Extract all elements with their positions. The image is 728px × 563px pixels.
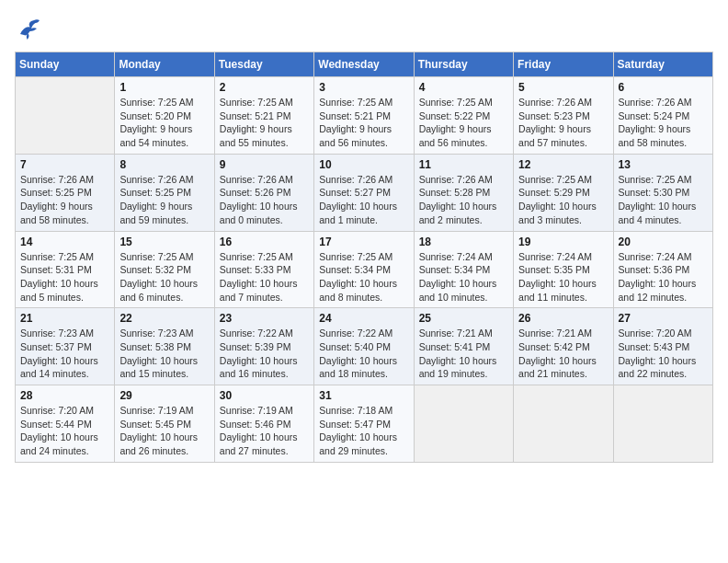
calendar-cell: 3Sunrise: 7:25 AM Sunset: 5:21 PM Daylig… — [314, 77, 414, 155]
day-number: 1 — [119, 81, 209, 94]
logo — [15, 15, 46, 42]
calendar-cell: 21Sunrise: 7:23 AM Sunset: 5:37 PM Dayli… — [16, 308, 115, 385]
day-info: Sunrise: 7:21 AM Sunset: 5:42 PM Dayligh… — [518, 327, 608, 381]
day-info: Sunrise: 7:26 AM Sunset: 5:25 PM Dayligh… — [20, 173, 109, 227]
calendar-cell: 16Sunrise: 7:25 AM Sunset: 5:33 PM Dayli… — [214, 231, 313, 308]
calendar-week-row: 21Sunrise: 7:23 AM Sunset: 5:37 PM Dayli… — [16, 308, 713, 385]
day-number: 23 — [220, 312, 309, 325]
logo-icon — [15, 15, 42, 42]
calendar-week-row: 1Sunrise: 7:25 AM Sunset: 5:20 PM Daylig… — [16, 77, 713, 155]
day-info: Sunrise: 7:24 AM Sunset: 5:34 PM Dayligh… — [419, 250, 508, 304]
day-number: 25 — [419, 312, 508, 325]
calendar-cell: 9Sunrise: 7:26 AM Sunset: 5:26 PM Daylig… — [214, 154, 313, 231]
day-number: 29 — [119, 389, 209, 402]
day-number: 4 — [419, 81, 508, 94]
day-number: 27 — [619, 312, 708, 325]
day-info: Sunrise: 7:22 AM Sunset: 5:40 PM Dayligh… — [319, 327, 408, 381]
calendar-cell: 23Sunrise: 7:22 AM Sunset: 5:39 PM Dayli… — [214, 308, 313, 385]
day-header-thursday: Thursday — [414, 52, 513, 77]
calendar-cell: 28Sunrise: 7:20 AM Sunset: 5:44 PM Dayli… — [16, 385, 115, 463]
day-number: 31 — [319, 389, 408, 402]
day-info: Sunrise: 7:26 AM Sunset: 5:27 PM Dayligh… — [319, 173, 408, 227]
day-number: 21 — [20, 312, 109, 325]
calendar-cell: 15Sunrise: 7:25 AM Sunset: 5:32 PM Dayli… — [115, 231, 214, 308]
day-number: 6 — [619, 81, 708, 94]
calendar-cell: 18Sunrise: 7:24 AM Sunset: 5:34 PM Dayli… — [414, 231, 513, 308]
day-number: 10 — [319, 158, 408, 171]
day-info: Sunrise: 7:21 AM Sunset: 5:41 PM Dayligh… — [419, 327, 508, 381]
calendar-cell: 2Sunrise: 7:25 AM Sunset: 5:21 PM Daylig… — [214, 77, 313, 155]
day-info: Sunrise: 7:19 AM Sunset: 5:46 PM Dayligh… — [220, 404, 309, 458]
day-info: Sunrise: 7:22 AM Sunset: 5:39 PM Dayligh… — [220, 327, 309, 381]
calendar-week-row: 28Sunrise: 7:20 AM Sunset: 5:44 PM Dayli… — [16, 385, 713, 463]
day-info: Sunrise: 7:26 AM Sunset: 5:25 PM Dayligh… — [119, 173, 209, 227]
calendar-cell — [514, 385, 613, 463]
day-header-tuesday: Tuesday — [214, 52, 313, 77]
day-header-friday: Friday — [514, 52, 613, 77]
day-header-monday: Monday — [115, 52, 214, 77]
day-number: 2 — [220, 81, 309, 94]
day-number: 7 — [20, 158, 109, 171]
day-info: Sunrise: 7:18 AM Sunset: 5:47 PM Dayligh… — [319, 404, 408, 458]
day-info: Sunrise: 7:25 AM Sunset: 5:31 PM Dayligh… — [20, 250, 109, 304]
calendar-cell: 22Sunrise: 7:23 AM Sunset: 5:38 PM Dayli… — [115, 308, 214, 385]
calendar-cell: 20Sunrise: 7:24 AM Sunset: 5:36 PM Dayli… — [613, 231, 712, 308]
day-number: 11 — [419, 158, 508, 171]
calendar-cell: 25Sunrise: 7:21 AM Sunset: 5:41 PM Dayli… — [414, 308, 513, 385]
day-number: 20 — [619, 236, 708, 248]
calendar-cell: 8Sunrise: 7:26 AM Sunset: 5:25 PM Daylig… — [115, 154, 214, 231]
day-header-sunday: Sunday — [16, 52, 115, 77]
day-header-wednesday: Wednesday — [314, 52, 414, 77]
calendar-cell: 24Sunrise: 7:22 AM Sunset: 5:40 PM Dayli… — [314, 308, 414, 385]
calendar-cell: 27Sunrise: 7:20 AM Sunset: 5:43 PM Dayli… — [613, 308, 712, 385]
calendar-cell: 5Sunrise: 7:26 AM Sunset: 5:23 PM Daylig… — [514, 77, 613, 155]
day-info: Sunrise: 7:25 AM Sunset: 5:22 PM Dayligh… — [419, 96, 508, 150]
day-number: 13 — [619, 158, 708, 171]
calendar-week-row: 7Sunrise: 7:26 AM Sunset: 5:25 PM Daylig… — [16, 154, 713, 231]
day-info: Sunrise: 7:25 AM Sunset: 5:34 PM Dayligh… — [319, 250, 408, 304]
day-info: Sunrise: 7:25 AM Sunset: 5:20 PM Dayligh… — [119, 96, 209, 150]
day-info: Sunrise: 7:23 AM Sunset: 5:38 PM Dayligh… — [119, 327, 209, 381]
day-info: Sunrise: 7:25 AM Sunset: 5:32 PM Dayligh… — [119, 250, 209, 304]
day-number: 15 — [119, 236, 209, 248]
day-info: Sunrise: 7:20 AM Sunset: 5:43 PM Dayligh… — [619, 327, 708, 381]
calendar-cell: 6Sunrise: 7:26 AM Sunset: 5:24 PM Daylig… — [613, 77, 712, 155]
page-header — [15, 15, 713, 42]
day-info: Sunrise: 7:26 AM Sunset: 5:28 PM Dayligh… — [419, 173, 508, 227]
calendar-cell: 11Sunrise: 7:26 AM Sunset: 5:28 PM Dayli… — [414, 154, 513, 231]
calendar-cell: 29Sunrise: 7:19 AM Sunset: 5:45 PM Dayli… — [115, 385, 214, 463]
calendar-cell: 7Sunrise: 7:26 AM Sunset: 5:25 PM Daylig… — [16, 154, 115, 231]
day-info: Sunrise: 7:25 AM Sunset: 5:29 PM Dayligh… — [518, 173, 608, 227]
calendar-cell: 12Sunrise: 7:25 AM Sunset: 5:29 PM Dayli… — [514, 154, 613, 231]
day-number: 17 — [319, 236, 408, 248]
day-info: Sunrise: 7:26 AM Sunset: 5:24 PM Dayligh… — [619, 96, 708, 150]
day-number: 30 — [220, 389, 309, 402]
calendar-cell — [16, 77, 115, 155]
day-info: Sunrise: 7:25 AM Sunset: 5:21 PM Dayligh… — [220, 96, 309, 150]
day-number: 28 — [20, 389, 109, 402]
day-info: Sunrise: 7:25 AM Sunset: 5:21 PM Dayligh… — [319, 96, 408, 150]
day-number: 14 — [20, 236, 109, 248]
calendar-header-row: SundayMondayTuesdayWednesdayThursdayFrid… — [16, 52, 713, 77]
day-number: 3 — [319, 81, 408, 94]
day-number: 5 — [518, 81, 608, 94]
day-header-saturday: Saturday — [613, 52, 712, 77]
calendar-cell: 30Sunrise: 7:19 AM Sunset: 5:46 PM Dayli… — [214, 385, 313, 463]
calendar-cell: 13Sunrise: 7:25 AM Sunset: 5:30 PM Dayli… — [613, 154, 712, 231]
day-number: 24 — [319, 312, 408, 325]
calendar-table: SundayMondayTuesdayWednesdayThursdayFrid… — [15, 52, 713, 463]
day-number: 16 — [220, 236, 309, 248]
day-info: Sunrise: 7:25 AM Sunset: 5:30 PM Dayligh… — [619, 173, 708, 227]
day-info: Sunrise: 7:25 AM Sunset: 5:33 PM Dayligh… — [220, 250, 309, 304]
calendar-cell: 1Sunrise: 7:25 AM Sunset: 5:20 PM Daylig… — [115, 77, 214, 155]
calendar-cell — [414, 385, 513, 463]
day-info: Sunrise: 7:24 AM Sunset: 5:35 PM Dayligh… — [518, 250, 608, 304]
day-info: Sunrise: 7:20 AM Sunset: 5:44 PM Dayligh… — [20, 404, 109, 458]
day-info: Sunrise: 7:19 AM Sunset: 5:45 PM Dayligh… — [119, 404, 209, 458]
calendar-cell: 14Sunrise: 7:25 AM Sunset: 5:31 PM Dayli… — [16, 231, 115, 308]
day-number: 19 — [518, 236, 608, 248]
day-number: 22 — [119, 312, 209, 325]
day-info: Sunrise: 7:24 AM Sunset: 5:36 PM Dayligh… — [619, 250, 708, 304]
calendar-cell: 19Sunrise: 7:24 AM Sunset: 5:35 PM Dayli… — [514, 231, 613, 308]
calendar-cell: 31Sunrise: 7:18 AM Sunset: 5:47 PM Dayli… — [314, 385, 414, 463]
